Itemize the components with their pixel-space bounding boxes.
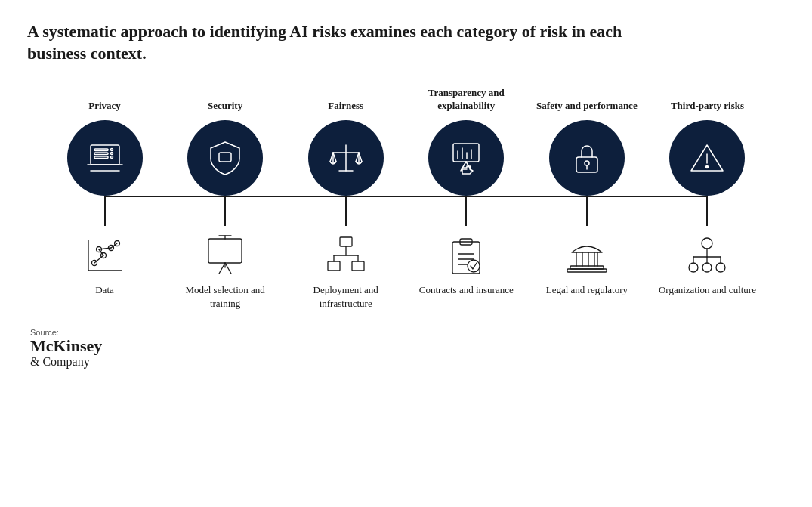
source-section: Source: McKinsey & Company	[27, 328, 785, 369]
svg-rect-39	[208, 239, 242, 263]
diagram: Privacy Security	[27, 85, 785, 311]
data-scatter-icon	[82, 234, 128, 276]
svg-line-35	[94, 255, 103, 263]
presentation-icon	[202, 234, 248, 276]
padlock-icon	[567, 138, 607, 178]
risk-thirdparty: Third-party risks	[653, 85, 762, 196]
svg-point-65	[702, 238, 712, 249]
svg-line-40	[219, 263, 225, 274]
risk-fairness-icon	[308, 120, 384, 196]
context-data-icon	[79, 232, 131, 277]
svg-point-57	[468, 260, 480, 272]
risk-security: Security	[171, 85, 280, 196]
source-company-line2: & Company	[30, 355, 785, 369]
source-company-line1: McKinsey	[30, 337, 785, 355]
svg-rect-9	[219, 153, 231, 162]
svg-point-27	[706, 166, 709, 168]
svg-rect-15	[453, 144, 479, 162]
svg-point-24	[585, 161, 589, 165]
risk-thirdparty-icon	[669, 120, 745, 196]
context-contracts-icon	[440, 232, 492, 277]
courthouse-icon	[564, 234, 610, 276]
context-deployment-icon	[320, 232, 372, 277]
context-data: Data	[50, 232, 159, 311]
network-icon	[323, 234, 369, 276]
vline-3	[345, 196, 347, 226]
context-org: Organization and culture	[653, 232, 762, 311]
context-data-label: Data	[95, 283, 114, 297]
svg-point-73	[716, 263, 725, 272]
context-org-label: Organization and culture	[659, 283, 756, 297]
risk-thirdparty-label: Third-party risks	[671, 85, 744, 113]
thumbs-chart-icon	[446, 138, 486, 178]
risk-safety-icon	[549, 120, 625, 196]
context-legal-label: Legal and regulatory	[546, 283, 628, 297]
risk-categories-row: Privacy Security	[27, 85, 785, 196]
org-chart-icon	[684, 234, 730, 276]
context-legal-icon	[560, 232, 613, 277]
shield-icon	[205, 138, 245, 178]
svg-point-6	[110, 149, 113, 151]
clipboard-check-icon	[443, 234, 489, 276]
context-contracts: Contracts and insurance	[412, 232, 521, 311]
svg-point-72	[702, 263, 712, 272]
context-model: Model selection and training	[171, 232, 280, 311]
risk-fairness-label: Fairness	[328, 85, 363, 113]
risk-transparency-label: Transparency and explainability	[412, 85, 521, 113]
svg-line-41	[225, 263, 231, 274]
context-model-icon	[199, 232, 252, 277]
context-contracts-label: Contracts and insurance	[419, 283, 514, 297]
risk-security-label: Security	[208, 85, 242, 113]
svg-point-7	[110, 153, 113, 155]
vline-4	[465, 196, 467, 226]
svg-rect-64	[567, 269, 607, 272]
scales-icon	[326, 138, 366, 178]
page-title: A systematic approach to identifying AI …	[27, 21, 647, 64]
risk-transparency: Transparency and explainability	[412, 85, 521, 196]
vline-6	[706, 196, 708, 226]
svg-point-8	[110, 156, 113, 159]
vline-2	[224, 196, 226, 226]
svg-rect-47	[352, 261, 364, 271]
risk-transparency-icon	[428, 120, 504, 196]
vertical-lines	[50, 196, 762, 226]
risk-safety-label: Safety and performance	[536, 85, 638, 113]
context-org-icon	[681, 232, 733, 277]
horizontal-line	[104, 196, 708, 197]
risk-fairness: Fairness	[291, 85, 400, 196]
context-legal: Legal and regulatory	[532, 232, 641, 311]
svg-rect-23	[576, 157, 597, 172]
context-model-label: Model selection and training	[171, 283, 280, 311]
svg-rect-3	[94, 149, 108, 151]
risk-security-icon	[187, 120, 263, 196]
business-contexts-row: Data Model selection and training	[27, 232, 785, 311]
laptop-icon	[85, 138, 125, 178]
svg-point-71	[689, 263, 698, 272]
context-deployment-label: Deployment and infrastructure	[291, 283, 400, 311]
vline-1	[104, 196, 106, 226]
risk-privacy-icon	[67, 120, 143, 196]
svg-rect-46	[328, 261, 340, 271]
svg-rect-45	[340, 237, 352, 246]
triangle-warning-icon	[687, 138, 727, 178]
svg-rect-4	[94, 153, 108, 155]
risk-privacy: Privacy	[50, 85, 159, 196]
connector-lines	[50, 196, 762, 226]
risk-privacy-label: Privacy	[88, 85, 121, 113]
context-deployment: Deployment and infrastructure	[291, 232, 400, 311]
vline-5	[586, 196, 588, 226]
svg-rect-5	[94, 156, 108, 159]
source-prefix: Source:	[30, 328, 785, 337]
risk-safety: Safety and performance	[532, 85, 641, 196]
